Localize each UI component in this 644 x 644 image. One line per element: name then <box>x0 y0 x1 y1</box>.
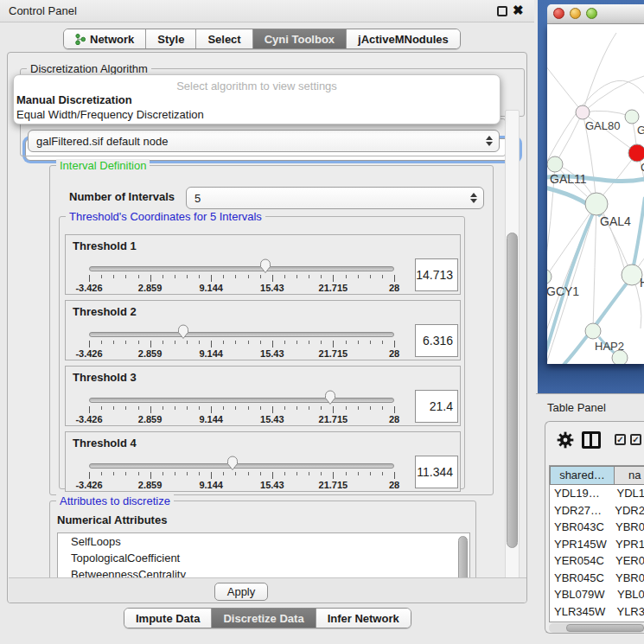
slider-thumb[interactable] <box>323 389 337 405</box>
stepper-icon <box>470 193 477 203</box>
list-item[interactable]: SelfLoops <box>58 533 469 550</box>
cell-name[interactable]: YBL0 <box>615 586 644 603</box>
table-row[interactable]: YDL19… YDL1 <box>550 485 644 502</box>
tab-select[interactable]: Select <box>196 29 252 48</box>
threshold-value[interactable]: 11.344 <box>415 456 458 488</box>
tick-mark <box>223 406 224 410</box>
tab-impute-data[interactable]: Impute Data <box>124 609 212 628</box>
tab-label: Infer Network <box>328 612 399 625</box>
scale-label: 21.715 <box>319 414 348 424</box>
column-header-shared-name[interactable]: shared… <box>550 466 615 485</box>
cell-name[interactable]: YER0 <box>613 552 644 570</box>
apply-button[interactable]: Apply <box>214 583 268 601</box>
num-intervals-combobox[interactable]: 5 <box>186 187 484 209</box>
slider-track[interactable] <box>89 463 394 469</box>
cell-name[interactable]: YBR0 <box>613 570 644 587</box>
cell-shared-name[interactable]: YBR043C <box>550 519 613 536</box>
network-node[interactable] <box>612 350 628 364</box>
tick-mark <box>321 341 322 344</box>
network-node[interactable] <box>628 144 644 162</box>
tab-network[interactable]: Network <box>64 29 146 48</box>
node-label: GCY1 <box>547 284 579 298</box>
tab-cyni-toolbox[interactable]: Cyni Toolbox <box>253 29 347 48</box>
top-tab-bar: Network Style Select Cyni Toolbox jActiv… <box>63 29 461 49</box>
column-layout-icon[interactable] <box>582 431 601 449</box>
network-node[interactable] <box>585 193 608 215</box>
slider-thumb[interactable] <box>176 323 190 340</box>
network-node[interactable] <box>547 156 563 172</box>
horizontal-scrollbar-track[interactable] <box>549 623 644 633</box>
tab-jactivemnodules[interactable]: jActiveMNodules <box>347 29 460 48</box>
cell-name[interactable]: YIL0 <box>615 620 644 622</box>
scale-label: -3.426 <box>75 283 102 293</box>
numerical-attributes-label: Numerical Attributes <box>57 513 167 526</box>
cell-name[interactable]: YBR0 <box>613 519 644 536</box>
scale-label: 9.144 <box>199 480 223 490</box>
column-header-name[interactable]: na <box>615 466 644 485</box>
table-data-combobox[interactable]: galFiltered.sif default node <box>28 130 500 152</box>
horizontal-scrollbar-thumb[interactable] <box>566 624 644 632</box>
slider-thumb[interactable] <box>226 455 239 471</box>
network-canvas[interactable]: GAL80GACGAL11GAL4GCY1HHAP2 <box>547 24 644 364</box>
scale-label: -3.426 <box>75 414 102 424</box>
zoom-traffic-light-icon[interactable] <box>586 8 597 19</box>
table-row[interactable]: YBR043C YBR0 <box>550 519 644 536</box>
tab-style[interactable]: Style <box>146 29 196 48</box>
tick-mark <box>211 472 212 479</box>
cell-shared-name[interactable]: YIL052C <box>550 620 615 622</box>
cell-shared-name[interactable]: YDR27… <box>550 502 612 520</box>
cell-name[interactable]: YLR3 <box>614 603 644 621</box>
scale-label: 21.715 <box>319 348 348 359</box>
network-node[interactable] <box>585 323 601 339</box>
network-node[interactable] <box>625 110 639 124</box>
checkbox-icon[interactable]: ✓ <box>630 434 641 445</box>
network-node[interactable] <box>576 105 590 119</box>
list-item[interactable]: TopologicalCoefficient <box>58 550 469 566</box>
dropdown-option-equal-width-frequency[interactable]: Equal Width/Frequency Discretization <box>16 108 204 121</box>
cell-shared-name[interactable]: YDL19… <box>550 485 614 502</box>
tick-mark <box>272 341 273 348</box>
table-row[interactable]: YLR345W YLR3 <box>550 603 644 621</box>
network-window-titlebar[interactable] <box>547 4 644 24</box>
scrollbar-thumb[interactable] <box>507 233 518 548</box>
cell-shared-name[interactable]: YBL079W <box>550 586 615 603</box>
tick-mark <box>199 406 200 410</box>
node-label: H <box>640 276 644 290</box>
slider-thumb[interactable] <box>258 258 272 274</box>
float-window-icon[interactable] <box>497 6 507 16</box>
cell-name[interactable]: YPR1 <box>613 536 644 553</box>
dropdown-option-manual-discretization[interactable]: Manual Discretization <box>16 93 132 106</box>
cell-name[interactable]: YDL1 <box>614 485 644 502</box>
minimize-traffic-light-icon[interactable] <box>570 8 581 19</box>
tab-infer-network[interactable]: Infer Network <box>316 609 411 628</box>
slider-track[interactable] <box>89 332 394 337</box>
threshold-value[interactable]: 14.713 <box>415 258 458 291</box>
table-row[interactable]: YBL079W YBL0 <box>550 586 644 603</box>
checkbox-icon[interactable]: ✓ <box>615 434 626 445</box>
cell-shared-name[interactable]: YLR345W <box>550 603 614 621</box>
table-row[interactable]: YIL052C YIL0 <box>550 620 644 622</box>
cell-shared-name[interactable]: YPR145W <box>550 536 613 553</box>
cell-shared-name[interactable]: YER054C <box>550 552 613 570</box>
close-traffic-light-icon[interactable] <box>553 8 564 19</box>
tab-discretize-data[interactable]: Discretize Data <box>212 609 316 628</box>
table-row[interactable]: YBR045C YBR0 <box>550 570 644 587</box>
table-row[interactable]: YDR27… YDR2 <box>550 502 644 520</box>
table-row[interactable]: YER054C YER0 <box>550 552 644 570</box>
cell-name[interactable]: YDR2 <box>612 502 644 520</box>
tick-mark <box>382 472 383 475</box>
gear-icon[interactable] <box>556 430 575 450</box>
tick-mark <box>382 275 383 278</box>
table-row[interactable]: YPR145W YPR1 <box>550 536 644 553</box>
threshold-value[interactable]: 21.4 <box>415 390 458 423</box>
cell-shared-name[interactable]: YBR045C <box>550 570 613 587</box>
close-icon[interactable]: ✖ <box>513 3 524 18</box>
threshold-value[interactable]: 6.316 <box>415 324 458 357</box>
tick-mark <box>175 406 175 410</box>
tick-mark <box>199 341 200 344</box>
slider-track[interactable] <box>89 398 394 403</box>
slider-track[interactable] <box>89 266 394 271</box>
network-node[interactable] <box>547 269 552 284</box>
scale-label: 28 <box>389 283 399 293</box>
tick-mark <box>89 275 90 282</box>
